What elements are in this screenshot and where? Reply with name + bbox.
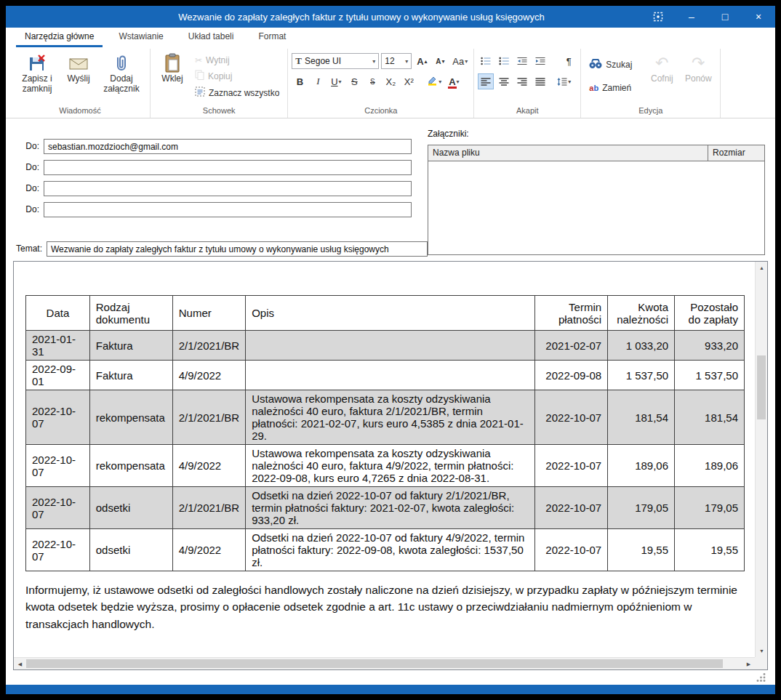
close-button[interactable]: × (742, 6, 775, 28)
subscript-button[interactable]: X₂ (383, 73, 398, 89)
add-attachment-button[interactable]: Dodaj załącznik (97, 49, 146, 96)
underline-button[interactable]: U▾ (328, 73, 344, 89)
double-strikethrough-button[interactable]: S (364, 73, 380, 89)
paste-icon (164, 52, 181, 74)
maximize-button[interactable]: □ (708, 6, 742, 28)
ribbon: Zapisz i zamknij Wyślij Dodaj załącznik … (6, 47, 775, 118)
send-button[interactable]: Wyślij (60, 49, 97, 86)
find-button[interactable]: Szukaj (585, 56, 636, 73)
table-cell: 2022-09-01 (26, 361, 90, 390)
column-header: Data (26, 296, 90, 331)
redo-button[interactable]: ↷ Ponów (680, 49, 716, 86)
find-label: Szukaj (606, 60, 632, 70)
shrink-font-button[interactable]: A▾ (432, 53, 448, 69)
save-close-button[interactable]: Zapisz i zamknij (14, 49, 60, 96)
attachments-column-name[interactable]: Nazwa pliku (428, 145, 708, 161)
resize-grip[interactable] (756, 672, 766, 685)
copy-icon (195, 70, 204, 82)
to-input-4[interactable] (44, 202, 412, 217)
horizontal-scrollbar[interactable]: ◀ ▶ (14, 657, 755, 669)
snip-icon[interactable] (641, 6, 675, 28)
to-input-1[interactable] (44, 139, 412, 154)
line-spacing-button[interactable]: ▾ (555, 73, 573, 89)
tab-format[interactable]: Format (249, 28, 295, 47)
table-cell: 4/9/2022 (172, 529, 245, 571)
grow-font-button[interactable]: A▴ (414, 53, 430, 69)
strikethrough-button[interactable]: S (346, 73, 362, 89)
undo-icon: ↶ (655, 52, 668, 74)
vertical-scrollbar[interactable]: ▲ ▼ (755, 262, 767, 657)
cut-button[interactable]: ✂ Wytnij (191, 53, 284, 68)
decrease-indent-button[interactable] (514, 53, 530, 69)
numbered-list-button[interactable] (496, 53, 512, 69)
align-right-button[interactable] (514, 73, 530, 89)
attachments-list[interactable] (428, 161, 764, 254)
bottom-strip (6, 670, 775, 685)
align-left-button[interactable] (478, 73, 494, 89)
superscript-button[interactable]: X² (401, 73, 417, 89)
bullet-list-button[interactable] (478, 53, 494, 69)
italic-button[interactable]: I (310, 73, 326, 89)
copy-button[interactable]: Kopiuj (191, 68, 284, 84)
scroll-left-button[interactable]: ◀ (14, 658, 26, 670)
change-case-button[interactable]: Aa▾ (450, 53, 470, 69)
chevron-down-icon: ▾ (457, 79, 460, 85)
font-name-select[interactable]: T Segoe UI ▾ (292, 53, 379, 69)
align-center-icon (499, 78, 509, 86)
tab-wstawianie[interactable]: Wstawianie (110, 28, 172, 47)
column-header: Rodzaj dokumentu (89, 296, 172, 331)
to-input-2[interactable] (44, 160, 412, 175)
scroll-up-button[interactable]: ▲ (756, 262, 768, 274)
table-cell: 1 033,20 (608, 331, 675, 361)
to-input-3[interactable] (44, 181, 412, 196)
attachments-column-size[interactable]: Rozmiar (708, 145, 764, 161)
chevron-down-icon: ▾ (339, 79, 342, 85)
shrink-font-label: A (436, 57, 441, 65)
table-cell: Ustawowa rekompensata za koszty odzyskiw… (246, 445, 535, 487)
font-color-button[interactable]: A ▾ (446, 73, 462, 89)
save-close-label: Zapisz i zamknij (18, 74, 56, 94)
invoice-table: DataRodzaj dokumentuNumerOpisTermin płat… (25, 295, 745, 571)
align-justify-button[interactable] (532, 73, 548, 89)
table-cell: 2021-02-07 (535, 331, 608, 361)
message-body[interactable]: DataRodzaj dokumentuNumerOpisTermin płat… (14, 262, 755, 657)
increase-indent-icon (535, 57, 545, 65)
table-cell: Ustawowa rekompensata za koszty odzyskiw… (246, 390, 535, 445)
bold-button[interactable]: B (292, 73, 308, 89)
horizontal-scrollbar-thumb[interactable] (26, 659, 723, 668)
numbered-list-icon (499, 57, 509, 65)
tab-narzedzia-glowne[interactable]: Narzędzia główne (16, 28, 103, 47)
scroll-right-button[interactable]: ▶ (742, 658, 755, 670)
tab-uklad-tabeli[interactable]: Układ tabeli (180, 28, 243, 47)
to-label-3: Do: (10, 183, 39, 193)
table-row: 2022-10-07odsetki2/1/2021/BROdsetki na d… (26, 487, 745, 529)
paste-button[interactable]: Wklej (154, 49, 191, 86)
chevron-down-icon: ▾ (465, 58, 468, 65)
column-header: Numer (172, 296, 245, 331)
font-size-select[interactable]: 12 ▾ (381, 53, 412, 69)
highlight-icon (427, 75, 438, 88)
minimize-button[interactable]: – (675, 6, 708, 28)
subject-input[interactable] (47, 241, 428, 257)
table-cell: 2021-01-31 (26, 331, 90, 361)
scroll-down-button[interactable]: ▼ (756, 645, 768, 657)
attachment-icon (112, 52, 131, 74)
column-header: Opis (246, 296, 535, 331)
copy-label: Kopiuj (208, 71, 232, 81)
vertical-scrollbar-thumb[interactable] (757, 355, 766, 419)
line-spacing-icon (557, 78, 567, 86)
highlight-color-button[interactable]: ▾ (425, 73, 444, 89)
align-center-button[interactable] (496, 73, 512, 89)
table-cell: 181,54 (608, 390, 675, 445)
replace-button[interactable]: ab Zamień (585, 81, 636, 95)
select-all-button[interactable]: Zaznacz wszystko (191, 84, 284, 101)
group-paragraph: ¶ ▾ (474, 49, 581, 118)
increase-indent-button[interactable] (532, 53, 548, 69)
align-right-icon (517, 78, 527, 86)
group-font: T Segoe UI ▾ 12 ▾ A▴ A▾ Aa▾ (288, 49, 474, 118)
undo-button[interactable]: ↶ Cofnij (644, 49, 680, 86)
titlebar[interactable]: Wezwanie do zapłaty zaległych faktur z t… (6, 6, 775, 28)
pilcrow-button[interactable]: ¶ (561, 53, 577, 69)
table-cell: 4/9/2022 (172, 361, 245, 390)
change-case-label: Aa (452, 56, 464, 67)
